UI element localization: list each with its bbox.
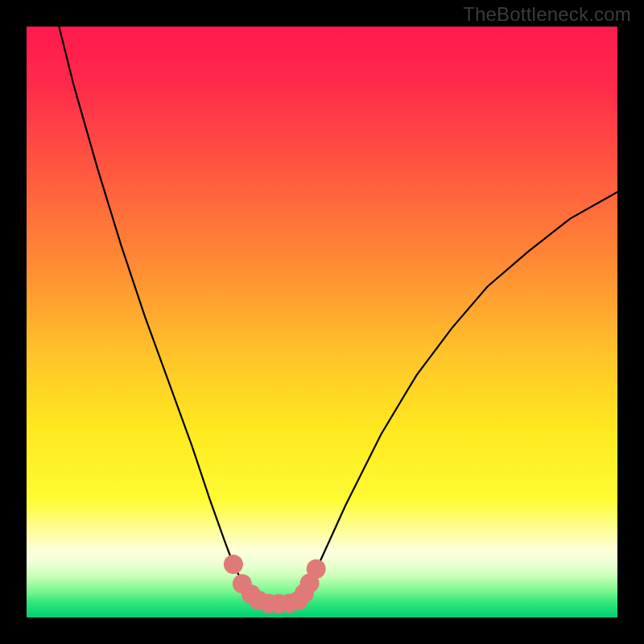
heatmap-background [27,27,617,617]
chart-frame: TheBottleneck.com [0,0,644,644]
bead-10 [307,559,326,579]
plot-area [27,27,617,617]
watermark-text: TheBottleneck.com [463,3,631,26]
bead-0 [224,555,243,574]
bottleneck-chart [27,27,617,617]
